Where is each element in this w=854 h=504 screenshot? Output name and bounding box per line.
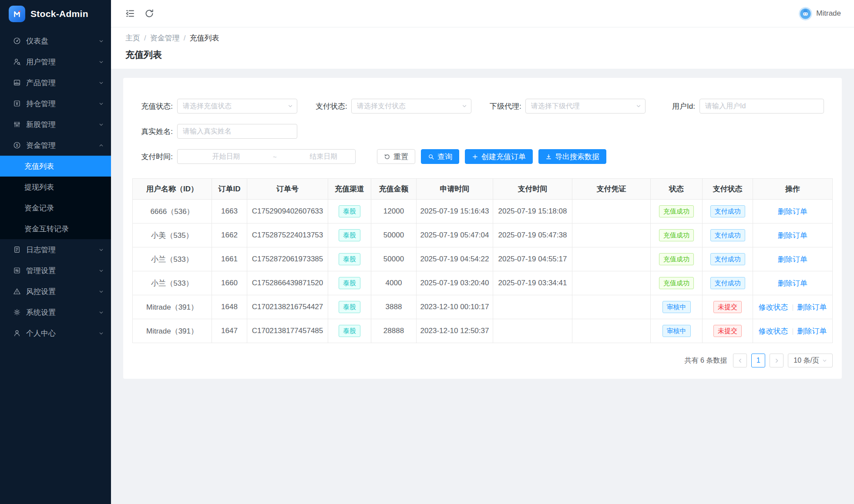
cell-apply-time: 2025-07-19 04:54:22 bbox=[417, 247, 493, 271]
cell-status: 审核中 bbox=[651, 295, 703, 319]
sidebar-item-products[interactable]: 产品管理 bbox=[0, 72, 111, 93]
filter-label: 支付时间: bbox=[134, 152, 177, 162]
action-link[interactable]: 修改状态 bbox=[759, 327, 788, 335]
page-title: 充值列表 bbox=[125, 49, 840, 61]
cell-voucher bbox=[572, 224, 651, 247]
chevron-down-icon bbox=[98, 330, 104, 336]
action-link[interactable]: 删除订单 bbox=[778, 231, 807, 240]
cell-order-no: C1702138177457485 bbox=[247, 319, 328, 343]
action-link[interactable]: 删除订单 bbox=[797, 327, 827, 335]
table-row: Mitrade（391）1647C1702138177457485泰股28888… bbox=[133, 319, 833, 343]
cell-actions: 删除订单 bbox=[753, 271, 833, 295]
action-link[interactable]: 删除订单 bbox=[778, 207, 807, 216]
cell-apply-time: 2023-12-10 12:50:37 bbox=[417, 319, 493, 343]
cell-order-id: 1661 bbox=[212, 247, 247, 271]
refresh-icon[interactable] bbox=[144, 8, 155, 19]
sidebar-item-logs[interactable]: 日志管理 bbox=[0, 239, 111, 260]
svg-text:$: $ bbox=[16, 143, 18, 147]
sidebar-menu: 仪表盘 用户管理 产品管理 持仓管理 新股管理 $ 资金管理 bbox=[0, 28, 111, 504]
end-date-input[interactable] bbox=[279, 153, 369, 160]
date-range-separator: ~ bbox=[271, 153, 279, 160]
sidebar-item-risk-settings[interactable]: 风控设置 bbox=[0, 281, 111, 302]
real-name-input[interactable] bbox=[177, 124, 297, 139]
pay-status-select[interactable] bbox=[351, 99, 471, 113]
pay-status-tag: 支付成功 bbox=[710, 205, 745, 217]
cell-user: Mitrade（391） bbox=[133, 319, 212, 343]
cell-order-id: 1648 bbox=[212, 295, 247, 319]
sidebar-subitem-fund-transfer-records[interactable]: 资金互转记录 bbox=[0, 218, 111, 239]
cell-order-no: C1752866439871520 bbox=[247, 271, 328, 295]
sidebar-subitem-label: 资金互转记录 bbox=[24, 224, 69, 234]
app-logo[interactable]: Stock-Admin bbox=[0, 0, 111, 28]
main-area: Mitrade 主页 / 资金管理 / 充值列表 充值列表 充值状态: bbox=[111, 0, 854, 504]
table-row: 小兰（533）1660C1752866439871520泰股40002025-0… bbox=[133, 271, 833, 295]
next-page-button[interactable] bbox=[770, 354, 783, 367]
col-order-no: 订单号 bbox=[247, 179, 328, 200]
export-search-data-button[interactable]: 导出搜索数据 bbox=[538, 149, 606, 164]
reset-button[interactable]: 重置 bbox=[377, 149, 415, 164]
sidebar-item-funds[interactable]: $ 资金管理 bbox=[0, 135, 111, 156]
filter-row-1: 充值状态: 支付状态: 下级代理: bbox=[123, 99, 842, 113]
cell-status: 充值成功 bbox=[651, 224, 703, 247]
sidebar-item-profile[interactable]: 个人中心 bbox=[0, 323, 111, 344]
sidebar-item-dashboard[interactable]: 仪表盘 bbox=[0, 30, 111, 51]
sidebar-subitem-recharge-list[interactable]: 充值列表 bbox=[0, 156, 111, 177]
sidebar-item-label: 系统设置 bbox=[26, 307, 98, 317]
chevron-down-icon bbox=[822, 358, 827, 363]
page-size-select[interactable]: 10 条/页 bbox=[788, 354, 833, 367]
action-link[interactable]: 删除订单 bbox=[778, 279, 807, 287]
sidebar-subitem-fund-records[interactable]: 资金记录 bbox=[0, 197, 111, 218]
agent-select[interactable] bbox=[525, 99, 646, 113]
sidebar-item-label: 日志管理 bbox=[26, 245, 98, 255]
cell-pay-time bbox=[493, 319, 572, 343]
chevron-down-icon bbox=[98, 38, 104, 44]
cell-pay-status: 未提交 bbox=[703, 319, 753, 343]
cell-user: Mitrade（391） bbox=[133, 295, 212, 319]
chevron-left-icon bbox=[737, 358, 743, 364]
table-row: 小美（535）1662C1752875224013753泰股500002025-… bbox=[133, 224, 833, 247]
dashboard-icon bbox=[13, 37, 21, 45]
create-recharge-order-button[interactable]: 创建充值订单 bbox=[465, 149, 533, 164]
cell-amount: 12000 bbox=[371, 200, 417, 224]
sidebar-item-positions[interactable]: 持仓管理 bbox=[0, 93, 111, 114]
action-link[interactable]: 修改状态 bbox=[759, 303, 788, 311]
pay-time-range-picker[interactable]: ~ bbox=[177, 149, 356, 164]
action-link[interactable]: 删除订单 bbox=[797, 303, 827, 311]
menu-fold-icon[interactable] bbox=[125, 8, 135, 19]
user-id-input[interactable] bbox=[699, 99, 824, 113]
plus-icon bbox=[472, 154, 478, 160]
cell-pay-time: 2025-07-19 15:18:08 bbox=[493, 200, 572, 224]
filter-label: 下级代理: bbox=[490, 101, 525, 111]
breadcrumb: 主页 / 资金管理 / 充值列表 bbox=[125, 33, 840, 43]
sidebar-item-admin-settings[interactable]: 管理设置 bbox=[0, 260, 111, 281]
cell-amount: 28888 bbox=[371, 319, 417, 343]
sidebar-subitem-withdraw-list[interactable]: 提现列表 bbox=[0, 177, 111, 197]
sidebar-item-new-stock[interactable]: 新股管理 bbox=[0, 114, 111, 135]
channel-tag: 泰股 bbox=[339, 301, 360, 313]
recharge-status-select[interactable] bbox=[177, 99, 297, 113]
page-head: 主页 / 资金管理 / 充值列表 充值列表 bbox=[111, 27, 854, 69]
pagination: 共有 6 条数据 1 10 条/页 bbox=[132, 354, 833, 367]
start-date-input[interactable] bbox=[181, 153, 271, 160]
cell-order-no: C1752875224013753 bbox=[247, 224, 328, 247]
sidebar-item-users[interactable]: 用户管理 bbox=[0, 51, 111, 72]
pay-status-tag: 支付成功 bbox=[710, 229, 745, 241]
action-link[interactable]: 删除订单 bbox=[778, 255, 807, 264]
breadcrumb-funds[interactable]: 资金管理 bbox=[150, 33, 180, 43]
cell-amount: 50000 bbox=[371, 224, 417, 247]
cell-amount: 4000 bbox=[371, 271, 417, 295]
cell-apply-time: 2025-07-19 03:20:40 bbox=[417, 271, 493, 295]
sidebar-item-label: 个人中心 bbox=[26, 328, 98, 338]
cell-actions: 修改状态删除订单 bbox=[753, 295, 833, 319]
cell-order-id: 1662 bbox=[212, 224, 247, 247]
sidebar-item-system-settings[interactable]: 系统设置 bbox=[0, 302, 111, 323]
prev-page-button[interactable] bbox=[733, 354, 747, 367]
user-menu[interactable]: Mitrade bbox=[799, 7, 841, 20]
chevron-down-icon bbox=[98, 59, 104, 65]
cell-order-no: C1752872061973385 bbox=[247, 247, 328, 271]
page-number-1[interactable]: 1 bbox=[751, 354, 765, 367]
search-button[interactable]: 查询 bbox=[421, 149, 459, 164]
breadcrumb-home[interactable]: 主页 bbox=[125, 33, 140, 43]
cell-channel: 泰股 bbox=[328, 200, 371, 224]
col-actions: 操作 bbox=[753, 179, 833, 200]
